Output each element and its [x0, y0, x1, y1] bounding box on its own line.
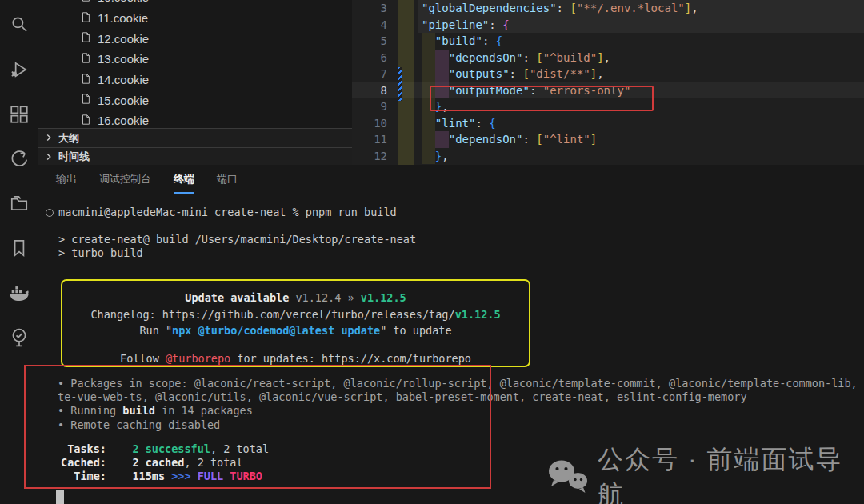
token: {: [489, 117, 495, 130]
indent-spaces: [422, 117, 435, 130]
watermark-text: 公众号 · 前端面试导航: [598, 442, 864, 504]
update-box-line: Follow @turborepo for updates: https://x…: [62, 350, 529, 367]
token: "dependsOn": [449, 51, 523, 64]
panel-tab-输出[interactable]: 输出: [56, 166, 77, 194]
token: v1.12.5: [361, 291, 406, 304]
chevron-right-icon: [45, 132, 53, 144]
file-item[interactable]: 11.cookie: [38, 8, 352, 29]
file-icon: [80, 73, 91, 87]
token: "pipeline": [422, 18, 489, 31]
tree-check-icon: [9, 327, 30, 351]
file-icon: [80, 0, 91, 5]
token: [: [570, 2, 576, 14]
terminal-output-line: > create-neat@ build /Users/macmini/Desk…: [58, 233, 416, 246]
update-box-line: Changelog: https://github.com/vercel/tur…: [62, 306, 529, 323]
line-number: 10: [352, 115, 387, 132]
token: ,: [442, 150, 448, 162]
line-number: 9: [352, 98, 387, 115]
line-number: 7: [352, 66, 387, 82]
activity-bar-item-docker[interactable]: [0, 276, 38, 313]
docker-whale-icon: [8, 282, 30, 307]
activity-bar-item-run_debug[interactable]: [0, 53, 38, 90]
bookmark-icon: [9, 238, 30, 262]
file-item[interactable]: 13.cookie: [38, 49, 352, 70]
token: :: [522, 51, 536, 64]
file-item[interactable]: 12.cookie: [38, 28, 352, 49]
token: [: [536, 51, 542, 64]
token: :: [522, 133, 536, 146]
annotation-red-box-summary: [24, 365, 491, 489]
token: {: [496, 34, 502, 47]
panel-tab-label: 调试控制台: [99, 172, 151, 186]
panel-tab-终端[interactable]: 终端: [174, 166, 194, 194]
token: {: [502, 18, 509, 31]
timeline-section-header[interactable]: 时间线: [38, 147, 352, 165]
panel-tab-端口[interactable]: 端口: [217, 166, 238, 194]
search-icon: [9, 14, 30, 38]
file-item-label: 15.cookie: [98, 94, 149, 107]
activity-bar-item-curved_arrow[interactable]: [0, 142, 38, 178]
turbo-update-notice-box: Update available v1.12.4 » v1.12.5Change…: [61, 279, 530, 367]
outline-section-label: 大纲: [58, 131, 79, 146]
annotation-red-box-outputmode: [430, 86, 654, 111]
terminal-cursor: [56, 490, 64, 504]
outline-section-header[interactable]: 大纲: [38, 128, 352, 147]
activity-bar-item-search[interactable]: [0, 7, 38, 44]
code-text: "outputs": ["dist/**"],: [422, 66, 604, 82]
activity-bar-item-tree_check[interactable]: [0, 321, 38, 358]
activity-bar-item-bookmark[interactable]: [0, 231, 38, 268]
line-number: 6: [352, 50, 387, 66]
gutter-modified-indicator: [398, 67, 402, 101]
code-text: },: [422, 148, 449, 165]
file-item-label: 16.cookie: [98, 114, 149, 127]
line-number: 3: [352, 0, 387, 17]
panel-tab-调试控制台[interactable]: 调试控制台: [99, 166, 151, 194]
token: "outputs": [449, 67, 510, 80]
code-text: "dependsOn": ["^build"],: [422, 50, 610, 66]
token: > create-neat@ build /Users/macmini/Desk…: [58, 233, 416, 246]
token: "build": [435, 34, 482, 47]
terminal-prompt-line: macmini@appledeMac-mini create-neat % pn…: [58, 206, 397, 219]
token: :: [557, 2, 570, 14]
file-item-label: 10.cookie: [98, 0, 149, 4]
code-line: 6 "dependsOn": ["^build"],: [352, 50, 864, 66]
token: ,: [597, 67, 603, 80]
file-item[interactable]: 10.cookie: [38, 0, 352, 8]
timeline-section-label: 时间线: [58, 150, 90, 164]
token: :: [489, 18, 502, 31]
token: ]: [590, 67, 597, 80]
token: [: [522, 67, 529, 80]
token: :: [475, 117, 489, 130]
activity-bar-item-folder[interactable]: [0, 186, 38, 223]
file-list: 10.cookie11.cookie12.cookie13.cookie14.c…: [38, 0, 352, 131]
indent-spaces: [422, 34, 435, 47]
code-text: "build": {: [422, 33, 502, 50]
panel-tab-label: 终端: [174, 172, 194, 186]
token: > turbo build: [58, 246, 143, 259]
file-item-label: 11.cookie: [98, 11, 148, 25]
token: "globalDependencies": [422, 2, 557, 14]
file-item[interactable]: 14.cookie: [38, 70, 352, 90]
token: ]: [685, 2, 691, 14]
activity-bar-item-extensions[interactable]: [0, 98, 38, 134]
code-line: 5 "build": {: [352, 33, 864, 50]
code-editor[interactable]: 3"globalDependencies": ["**/.env.*local"…: [352, 0, 864, 165]
line-number: 8: [352, 82, 387, 99]
line-number: 12: [352, 148, 387, 165]
file-item[interactable]: 15.cookie: [38, 90, 352, 110]
file-icon: [80, 114, 91, 128]
update-box-line: Update available v1.12.4 » v1.12.5: [62, 290, 529, 306]
token: v1.12.4 »: [295, 291, 360, 304]
wechat-icon: [546, 458, 588, 497]
file-icon: [80, 93, 91, 107]
token: ,: [604, 51, 610, 64]
token: for updates: https://x.com/turborepo: [230, 352, 471, 365]
run-debug-icon: [9, 59, 30, 83]
token: @turborepo: [166, 352, 230, 365]
command-decoration-icon[interactable]: [46, 209, 54, 217]
indent-spaces: [422, 150, 435, 162]
indent-spaces: [422, 133, 449, 146]
file-item-label: 14.cookie: [98, 73, 149, 86]
file-item-label: 13.cookie: [98, 52, 149, 66]
watermark: 公众号 · 前端面试导航: [546, 442, 864, 504]
